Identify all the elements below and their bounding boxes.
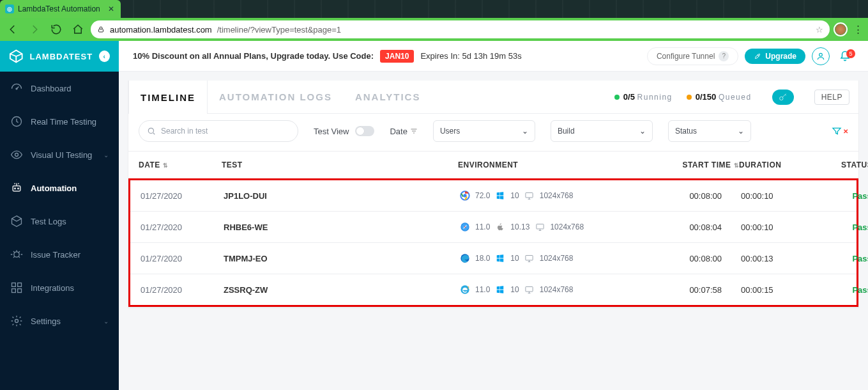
- tab-analytics[interactable]: ANALYTICS: [344, 81, 432, 114]
- windows-icon: [495, 253, 505, 263]
- favicon-icon: ◎: [5, 4, 14, 13]
- run-stats: 0/5 Running 0/150 Queued HELP: [614, 90, 858, 105]
- svg-rect-15: [18, 289, 22, 293]
- date-label: Date: [390, 127, 407, 136]
- apple-icon: [495, 222, 505, 232]
- close-tab-icon[interactable]: ✕: [108, 4, 114, 13]
- tab-label: TIMELINE: [141, 92, 195, 103]
- sidebar-item-visual-ui[interactable]: Visual UI Testing ⌄: [0, 138, 119, 171]
- tab-automation-logs[interactable]: AUTOMATION LOGS: [208, 81, 344, 114]
- col-status[interactable]: STATUS: [841, 160, 868, 169]
- users-dropdown[interactable]: Users⌄: [433, 120, 535, 142]
- sidebar-item-realtime[interactable]: Real Time Testing: [0, 105, 119, 138]
- monitor-icon: [524, 253, 535, 263]
- col-label: START TIME: [682, 160, 731, 169]
- content-tabs: TIMELINE AUTOMATION LOGS ANALYTICS 0/5 R…: [128, 81, 858, 114]
- monitor-icon: [535, 222, 545, 232]
- col-test[interactable]: TEST: [222, 160, 458, 169]
- button-label: Configure Tunnel: [657, 52, 715, 61]
- search-placeholder: Search in test: [161, 127, 208, 136]
- account-button[interactable]: [812, 47, 830, 65]
- sidebar-item-dashboard[interactable]: Dashboard: [0, 72, 119, 105]
- col-date[interactable]: DATE⇅: [139, 160, 222, 169]
- resolution: 1024x768: [540, 285, 574, 294]
- col-start[interactable]: START TIME⇅: [637, 160, 739, 169]
- sidebar-item-issue-tracker[interactable]: Issue Tracker: [0, 238, 119, 271]
- profile-avatar[interactable]: [834, 22, 848, 36]
- cell-status: Passed: [843, 191, 868, 201]
- status-dropdown[interactable]: Status⌄: [668, 120, 751, 142]
- access-key-button[interactable]: [772, 90, 794, 105]
- test-view-toggle[interactable]: Test View: [314, 126, 374, 136]
- brand-text: LAMBDATEST: [30, 52, 93, 61]
- cell-environment: 72.0 10 1024x768: [460, 191, 639, 201]
- bookmark-star-icon[interactable]: ☆: [816, 25, 823, 35]
- os-version: 10: [510, 254, 519, 263]
- cell-test: RHBE6-WE: [224, 222, 460, 232]
- bug-icon: [10, 248, 23, 261]
- upgrade-button[interactable]: Upgrade: [745, 49, 805, 64]
- back-button[interactable]: [4, 20, 22, 38]
- app-root: LAMBDATEST ‹ Dashboard Real Time Testing…: [0, 41, 868, 390]
- windows-icon: [495, 191, 505, 201]
- cell-start-time: 00:08:04: [639, 222, 741, 232]
- toggle-label: Test View: [314, 127, 349, 136]
- sidebar-item-test-logs[interactable]: Test Logs: [0, 205, 119, 238]
- box-icon: [10, 215, 23, 228]
- dropdown-label: Build: [558, 127, 575, 136]
- browser-tab-active[interactable]: ◎ LambdaTest Automation ✕: [0, 0, 121, 18]
- eye-icon: [10, 148, 23, 161]
- running-label: Running: [637, 93, 673, 102]
- gauge-icon: [10, 82, 23, 95]
- browser-version: 18.0: [475, 254, 490, 263]
- sidebar-collapse-button[interactable]: ‹: [99, 51, 110, 62]
- main-content: 10% Discount on all Annual Plans, Upgrad…: [119, 41, 868, 390]
- tab-timeline[interactable]: TIMELINE: [128, 81, 208, 114]
- address-bar[interactable]: automation.lambdatest.com/timeline/?view…: [91, 20, 830, 38]
- tab-label: ANALYTICS: [355, 91, 420, 102]
- clear-filters-button[interactable]: ✕: [832, 126, 848, 136]
- notifications-button[interactable]: 5: [836, 51, 854, 62]
- promo-expires: Expires In: 5d 13h 19m 53s: [420, 51, 521, 61]
- table-row[interactable]: 01/27/2020 TMPMJ-EO 18.0 10 1024x768 00:…: [130, 242, 857, 274]
- table-row[interactable]: 01/27/2020 JP1LO-DUI 72.0 10 1024x768 00…: [130, 180, 857, 211]
- monitor-icon: [524, 191, 535, 201]
- browser-menu-icon[interactable]: ⋮: [851, 24, 864, 35]
- table-row[interactable]: 01/27/2020 RHBE6-WE 11.0 10.13 1024x768 …: [130, 211, 857, 242]
- queued-label: Queued: [719, 93, 752, 102]
- svg-point-11: [14, 252, 19, 257]
- help-button[interactable]: HELP: [814, 90, 849, 105]
- cell-environment: 11.0 10.13 1024x768: [460, 222, 639, 232]
- chrome-icon: [460, 191, 470, 201]
- search-input[interactable]: Search in test: [139, 120, 298, 142]
- resolution: 1024x768: [540, 191, 574, 200]
- date-filter[interactable]: Date: [390, 127, 417, 136]
- reload-button[interactable]: [47, 20, 65, 38]
- chevron-down-icon: ⌄: [103, 318, 109, 325]
- svg-point-18: [819, 53, 823, 56]
- grid-icon: [10, 281, 23, 294]
- cell-environment: 18.0 10 1024x768: [460, 253, 639, 263]
- chevron-down-icon: ⌄: [522, 127, 528, 136]
- chevron-down-icon: ⌄: [639, 127, 646, 136]
- configure-tunnel-button[interactable]: Configure Tunnel ?: [647, 47, 738, 65]
- sort-icon: ⇅: [163, 162, 169, 169]
- cell-status: Passed: [843, 222, 868, 232]
- table-row[interactable]: 01/27/2020 ZSSRQ-ZW 11.0 10 1024x768 00:…: [130, 274, 857, 305]
- resolution: 1024x768: [550, 222, 584, 231]
- sidebar-item-automation[interactable]: Automation: [0, 171, 119, 205]
- home-button[interactable]: [69, 20, 87, 38]
- clock-icon: [10, 115, 23, 128]
- sidebar-item-label: Test Logs: [31, 217, 66, 226]
- build-dropdown[interactable]: Build⌄: [551, 120, 653, 142]
- filters-row: Search in test Test View Date Users⌄ Bui…: [128, 114, 858, 152]
- cell-date: 01/27/2020: [141, 191, 224, 201]
- sidebar-item-integrations[interactable]: Integrations: [0, 271, 119, 304]
- forward-button[interactable]: [26, 20, 43, 38]
- rocket-icon: [754, 52, 761, 60]
- sidebar-item-label: Visual UI Testing: [31, 150, 92, 160]
- sidebar-item-settings[interactable]: Settings ⌄: [0, 304, 119, 338]
- col-dur[interactable]: DURATION: [739, 160, 841, 169]
- brand-logo-icon: [9, 49, 24, 64]
- col-env[interactable]: ENVIRONMENT: [458, 160, 637, 169]
